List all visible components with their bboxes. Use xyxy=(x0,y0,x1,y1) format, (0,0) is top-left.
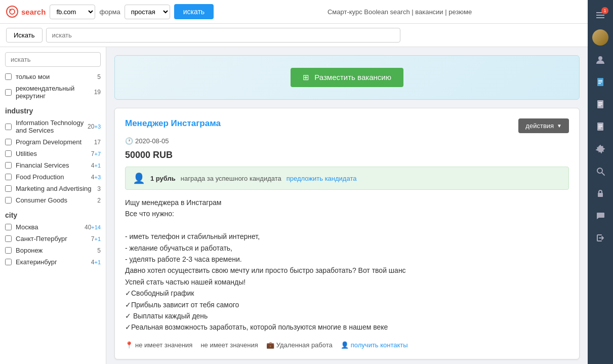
filter-industry-mkt-checkbox[interactable] xyxy=(5,185,12,192)
svg-rect-8 xyxy=(598,82,602,83)
filter-industry-it-plus: +3 xyxy=(94,124,101,130)
svg-rect-11 xyxy=(598,102,602,103)
filter-industry-util-plus: +7 xyxy=(94,151,101,157)
filter-city-moscow-label: Москва xyxy=(16,223,83,231)
form-type-selector[interactable]: простая xyxy=(125,5,170,19)
settings-button[interactable] xyxy=(590,139,610,159)
filter-industry-util-label: Utilities xyxy=(16,150,89,157)
filter-industry-util-checkbox[interactable] xyxy=(5,150,12,157)
left-filter-panel: только мои 5 рекомендательный рекрутинг … xyxy=(0,47,106,364)
filter-city-moscow: Москва 40 +14 xyxy=(5,223,101,231)
filter-referral-label: рекомендательный рекрутинг xyxy=(16,85,92,100)
document-button-2[interactable] xyxy=(590,94,610,114)
filter-city-moscow-plus: +14 xyxy=(91,224,101,230)
notification-badge: 1 xyxy=(601,7,608,14)
filter-city-ekb-label: Екатеринбург xyxy=(16,258,89,266)
plus-icon: ⊞ xyxy=(303,73,309,82)
filter-industry-it: Information Technology and Services 20 +… xyxy=(5,119,101,134)
filter-city-moscow-checkbox[interactable] xyxy=(5,224,12,230)
person-card-icon: 👤 xyxy=(341,341,349,349)
filter-industry-mkt: Marketing and Advertising 3 xyxy=(5,185,101,192)
job-location-1: 📍 не имеет значения xyxy=(125,341,192,349)
avatar xyxy=(592,29,608,46)
user-button[interactable] xyxy=(590,50,610,70)
filter-industry-prog-checkbox[interactable] xyxy=(5,139,12,145)
job-card: Менеджер Инстаграма действия ▼ 🕐 2020-08… xyxy=(114,108,580,359)
reward-amount: 1 рубль xyxy=(150,175,176,182)
svg-rect-17 xyxy=(598,128,601,129)
job-contact: 👤 получить контакты xyxy=(341,341,408,349)
filter-industry-util: Utilities 7 +7 xyxy=(5,150,101,157)
filter-city-ekb-count: 4 xyxy=(91,259,95,266)
industry-section-title: industry xyxy=(5,107,101,115)
filter-city-spb: Санкт-Петербург 7 +1 xyxy=(5,235,101,242)
logo-text: search xyxy=(21,8,46,16)
filter-industry-it-checkbox[interactable] xyxy=(5,124,12,130)
filter-referral-checkbox[interactable] xyxy=(5,89,12,96)
job-title[interactable]: Менеджер Инстаграма xyxy=(125,118,221,129)
search-input[interactable] xyxy=(46,28,400,43)
filter-industry-fin-label: Financial Services xyxy=(16,161,89,169)
logout-button[interactable] xyxy=(590,228,610,248)
filter-industry-consumer: Consumer Goods 2 xyxy=(5,196,101,204)
filter-only-mine-checkbox[interactable] xyxy=(5,73,12,80)
lock-button[interactable] xyxy=(590,183,610,204)
post-vacancy-button[interactable]: ⊞ Разместить вакансию xyxy=(291,68,403,87)
filter-industry-util-count: 7 xyxy=(91,150,95,157)
filter-industry-food: Food Production 4 +3 xyxy=(5,173,101,181)
logo-circle-icon xyxy=(6,6,18,18)
svg-line-20 xyxy=(602,173,604,175)
job-card-header: Менеджер Инстаграма действия ▼ xyxy=(125,118,569,133)
site-selector[interactable]: fb.com xyxy=(50,5,95,19)
post-vacancy-banner: ⊞ Разместить вакансию xyxy=(114,55,580,100)
filter-city-voronezh-checkbox[interactable] xyxy=(5,247,12,254)
search-sidebar-button[interactable] xyxy=(590,161,610,181)
svg-rect-21 xyxy=(598,193,603,197)
document-button-1[interactable] xyxy=(590,72,610,92)
reward-icon: 👤 xyxy=(133,172,145,184)
filter-city-spb-count: 7 xyxy=(91,235,95,242)
filter-industry-it-label: Information Technology and Services xyxy=(16,119,86,134)
filter-search-input[interactable] xyxy=(5,52,101,67)
reward-link[interactable]: предложить кандидата xyxy=(287,175,357,182)
filter-city-ekb-checkbox[interactable] xyxy=(5,259,12,265)
clock-icon: 🕐 xyxy=(125,137,133,145)
job-footer: 📍 не имеет значения не имеет значения 💼 … xyxy=(125,341,569,349)
filter-city-ekb-plus: +1 xyxy=(94,259,101,265)
filter-industry-mkt-label: Marketing and Advertising xyxy=(16,185,95,192)
avatar-button[interactable] xyxy=(590,27,610,48)
filter-city-voronezh-count: 5 xyxy=(97,247,101,254)
actions-button[interactable]: действия ▼ xyxy=(518,118,569,133)
top-bar-center-text: Смарт-курс Boolean search | вакансии | р… xyxy=(218,8,582,16)
filter-referral-count: 19 xyxy=(94,89,101,96)
filter-industry-consumer-checkbox[interactable] xyxy=(5,197,12,204)
filter-city-spb-label: Санкт-Петербург xyxy=(16,235,89,242)
filter-industry-food-label: Food Production xyxy=(16,173,89,181)
svg-rect-16 xyxy=(598,126,602,127)
filter-referral: рекомендательный рекрутинг 19 xyxy=(5,85,101,100)
top-bar: search fb.com форма простая искать Смарт… xyxy=(0,0,588,24)
filter-city-spb-plus: +1 xyxy=(94,236,101,242)
filter-city-spb-checkbox[interactable] xyxy=(5,235,12,242)
filter-industry-fin-checkbox[interactable] xyxy=(5,162,12,169)
search-text-button[interactable]: Искать xyxy=(6,28,43,43)
filter-industry-fin-plus: +1 xyxy=(94,163,101,169)
filter-industry-fin: Financial Services 4 +1 xyxy=(5,161,101,169)
filter-industry-food-checkbox[interactable] xyxy=(5,174,12,180)
job-salary: 50000 RUB xyxy=(125,150,569,160)
filter-industry-consumer-count: 2 xyxy=(97,197,101,204)
chat-button[interactable] xyxy=(590,206,610,226)
job-description: Ищу менеджера в Инстаграм Все что нужно:… xyxy=(125,197,569,333)
svg-rect-13 xyxy=(598,105,601,106)
city-section-title: city xyxy=(5,211,101,219)
search-logo[interactable]: search xyxy=(6,6,46,18)
filter-city-ekb: Екатеринбург 4 +1 xyxy=(5,258,101,266)
reward-text: награда за успешного кандидата xyxy=(181,175,281,182)
menu-button[interactable]: 1 xyxy=(590,5,610,25)
contact-link[interactable]: получить контакты xyxy=(351,341,408,349)
document-button-3[interactable] xyxy=(590,116,610,137)
job-date: 🕐 2020-08-05 xyxy=(125,137,569,145)
top-search-button[interactable]: искать xyxy=(174,4,214,19)
filter-only-mine-label: только мои xyxy=(16,73,95,80)
reward-banner: 👤 1 рубль награда за успешного кандидата… xyxy=(125,167,569,190)
